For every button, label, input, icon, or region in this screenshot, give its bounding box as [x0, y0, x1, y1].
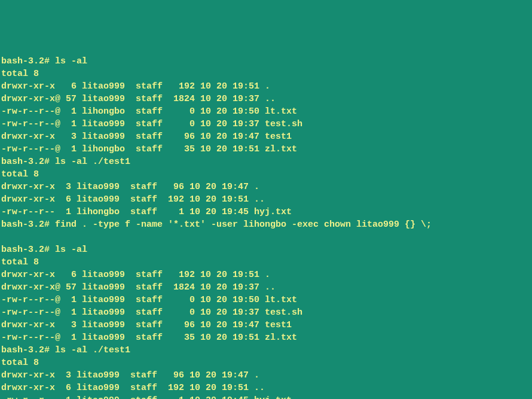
terminal-line: -rw-r--r--@ 1 lihongbo staff 35 10 20 19… — [1, 143, 531, 156]
terminal-line: bash-3.2# find . -type f -name '*.txt' -… — [1, 218, 531, 231]
terminal-line: -rw-r--r--@ 1 litao999 staff 0 10 20 19:… — [1, 294, 531, 306]
terminal-line: drwxr-xr-x 3 litao999 staff 96 10 20 19:… — [1, 319, 531, 331]
terminal-line: drwxr-xr-x 6 litao999 staff 192 10 20 19… — [1, 80, 531, 93]
terminal-line: -rw-r--r--@ 1 lihongbo staff 0 10 20 19:… — [1, 105, 531, 118]
terminal-line: total 8 — [1, 256, 531, 269]
terminal-line: drwxr-xr-x@ 57 litao999 staff 1824 10 20… — [1, 281, 531, 294]
terminal-line: -rw-r--r-- 1 lihongbo staff 1 10 20 19:4… — [1, 206, 531, 218]
terminal-line: total 8 — [1, 68, 531, 80]
terminal-output[interactable]: bash-3.2# ls -altotal 8drwxr-xr-x 6 lita… — [1, 55, 531, 399]
terminal-line: -rw-r--r-- 1 litao999 staff 1 10 20 19:4… — [1, 394, 531, 399]
terminal-line: -rw-r--r--@ 1 litao999 staff 35 10 20 19… — [1, 331, 531, 344]
terminal-line: bash-3.2# ls -al — [1, 55, 531, 68]
terminal-line: drwxr-xr-x@ 57 litao999 staff 1824 10 20… — [1, 93, 531, 105]
terminal-line: drwxr-xr-x 3 litao999 staff 96 10 20 19:… — [1, 181, 531, 193]
terminal-line: drwxr-xr-x 6 litao999 staff 192 10 20 19… — [1, 269, 531, 281]
terminal-line: drwxr-xr-x 6 litao999 staff 192 10 20 19… — [1, 382, 531, 394]
terminal-line: bash-3.2# ls -al ./test1 — [1, 344, 531, 357]
terminal-line: bash-3.2# ls -al ./test1 — [1, 156, 531, 168]
terminal-line: drwxr-xr-x 3 litao999 staff 96 10 20 19:… — [1, 130, 531, 143]
terminal-line: drwxr-xr-x 6 litao999 staff 192 10 20 19… — [1, 193, 531, 206]
terminal-line — [1, 231, 531, 243]
terminal-line: total 8 — [1, 357, 531, 369]
terminal-line: total 8 — [1, 168, 531, 181]
terminal-line: bash-3.2# ls -al — [1, 243, 531, 256]
terminal-line: drwxr-xr-x 3 litao999 staff 96 10 20 19:… — [1, 369, 531, 382]
terminal-line: -rw-r--r--@ 1 litao999 staff 0 10 20 19:… — [1, 118, 531, 130]
terminal-line: -rw-r--r--@ 1 litao999 staff 0 10 20 19:… — [1, 306, 531, 319]
